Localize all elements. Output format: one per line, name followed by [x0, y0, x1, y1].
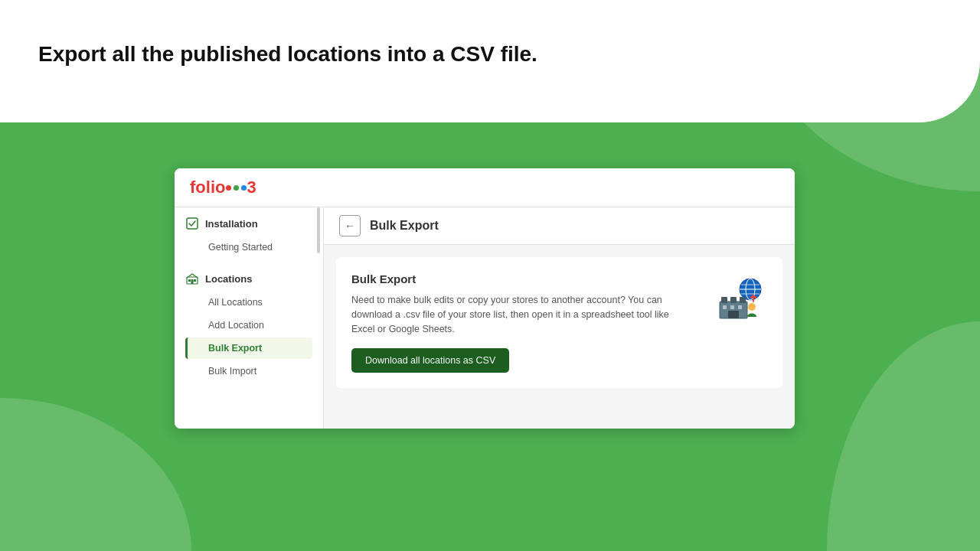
logo-number: 3: [247, 178, 256, 197]
logo-dot-blue: [241, 185, 247, 191]
bulk-export-card: Bulk Export Need to make bulk edits or c…: [336, 257, 782, 388]
logo-dots: [226, 185, 247, 191]
sidebar-section-locations: Locations All Locations Add Location Bul…: [175, 262, 323, 386]
svg-rect-13: [740, 297, 746, 303]
download-csv-button[interactable]: Download all locations as CSV: [351, 348, 509, 373]
logo-dot-red: [226, 185, 231, 191]
svg-rect-16: [738, 305, 742, 309]
checkbox-icon: [185, 217, 199, 230]
app-header: folio 3: [175, 168, 795, 207]
section-header-locations: Locations: [185, 272, 312, 285]
content-body: Bulk Export Need to make bulk edits or c…: [324, 245, 795, 429]
back-button[interactable]: ←: [339, 215, 361, 236]
svg-rect-17: [728, 311, 739, 318]
logo-dot-green: [234, 185, 239, 191]
svg-rect-4: [191, 279, 194, 284]
sidebar-item-bulk-import[interactable]: Bulk Import: [185, 360, 312, 382]
svg-point-18: [748, 303, 756, 311]
sidebar-item-bulk-export[interactable]: Bulk Export: [185, 337, 312, 359]
svg-rect-2: [188, 279, 191, 282]
sidebar-item-getting-started[interactable]: Getting Started: [185, 236, 312, 258]
sidebar-item-all-locations[interactable]: All Locations: [185, 292, 312, 313]
svg-rect-3: [194, 279, 196, 282]
export-illustration-icon: [714, 272, 767, 326]
section-title-locations: Locations: [205, 273, 252, 285]
logo-text: folio: [190, 178, 225, 197]
main-content: ← Bulk Export Bulk Export Need to make b…: [324, 207, 795, 429]
bulk-export-card-title: Bulk Export: [351, 272, 698, 285]
content-header: ← Bulk Export: [324, 207, 795, 245]
svg-rect-0: [187, 218, 198, 229]
content-title: Bulk Export: [370, 219, 439, 233]
building-icon: [185, 272, 199, 285]
svg-rect-14: [723, 305, 727, 309]
section-title-installation: Installation: [205, 218, 258, 230]
svg-rect-11: [721, 297, 727, 303]
section-header-installation: Installation: [185, 217, 312, 230]
sidebar: Installation Getting Started: [175, 207, 324, 429]
app-body: Installation Getting Started: [175, 207, 795, 429]
svg-rect-15: [730, 305, 734, 309]
sidebar-item-add-location[interactable]: Add Location: [185, 315, 312, 336]
svg-rect-12: [730, 297, 737, 303]
app-window: folio 3 Installation: [175, 168, 795, 429]
bulk-export-info: Bulk Export Need to make bulk edits or c…: [351, 272, 698, 373]
page-description: Export all the published locations into …: [38, 42, 537, 67]
sidebar-section-installation: Installation Getting Started: [175, 207, 323, 262]
bulk-export-description: Need to make bulk edits or copy your sto…: [351, 293, 688, 336]
scroll-indicator: [317, 207, 320, 253]
